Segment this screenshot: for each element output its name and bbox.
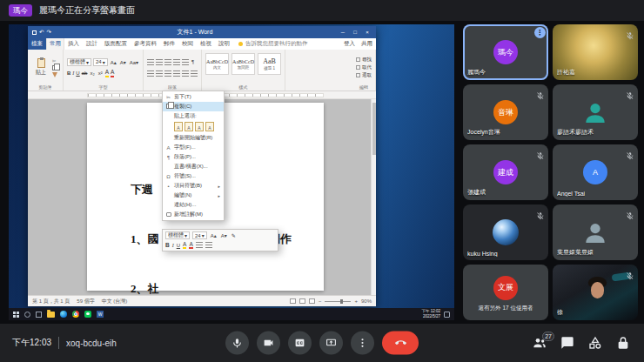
participant-tile[interactable]: 音琳 Jocelyn音琳 (463, 84, 548, 140)
tab-design[interactable]: 設計 (83, 38, 101, 50)
strikethrough-icon[interactable]: ab (82, 70, 88, 76)
highlight-color-icon[interactable]: A (105, 69, 109, 77)
task-view-icon[interactable] (36, 312, 42, 318)
mini-underline-icon[interactable]: U (177, 243, 180, 248)
word-count[interactable]: 59 個字 (77, 298, 94, 305)
style-no-spacing[interactable]: AaBbCcD 無間距 (231, 53, 255, 75)
captions-button[interactable] (288, 332, 312, 355)
mini-bullets-icon[interactable] (196, 242, 203, 248)
style-heading1[interactable]: AaB 標題 1 (258, 53, 281, 75)
menu-item-copy[interactable]: 複製(C) (163, 102, 224, 111)
menu-item-cut[interactable]: ✂剪下(T) (163, 92, 224, 102)
sign-in-button[interactable]: 登入 (344, 40, 355, 48)
font-name-box[interactable]: 標楷體▾ (67, 58, 91, 66)
paste-button[interactable]: 貼上 (31, 51, 50, 84)
tab-home[interactable]: 常用 (46, 38, 64, 50)
notification-center-icon[interactable] (444, 312, 450, 318)
copy-icon[interactable] (52, 65, 57, 70)
format-painter-icon[interactable] (52, 72, 57, 77)
superscript-icon[interactable]: x² (97, 70, 104, 76)
style-normal[interactable]: AaBbCcD 內文 (205, 53, 229, 75)
menu-item-restart-numbering[interactable]: 重新開始編號(R) (163, 133, 224, 143)
mini-numbering-icon[interactable] (205, 242, 212, 248)
participant-tile[interactable]: 瑪今 ⋮ 麗瑪今 (463, 24, 548, 80)
undo-icon[interactable]: ↶ (39, 29, 44, 36)
mini-italic-icon[interactable]: I (172, 243, 174, 248)
zoom-out-icon[interactable]: − (319, 298, 322, 304)
shrink-font-icon[interactable]: A▾ (119, 59, 127, 65)
tab-layout[interactable]: 版面配置 (101, 38, 131, 50)
mini-bold-icon[interactable]: B (165, 242, 170, 248)
underline-icon[interactable]: U (76, 70, 79, 76)
vertical-scrollbar[interactable] (371, 99, 376, 295)
menu-item-symbol[interactable]: Ω符號(S)... (163, 171, 224, 181)
tab-review[interactable]: 校閱 (178, 38, 197, 50)
camera-button[interactable] (257, 332, 280, 355)
multilevel-list-icon[interactable] (164, 59, 171, 65)
paste-keep-source-icon[interactable]: A (174, 122, 183, 131)
start-button[interactable] (13, 312, 19, 318)
numbering-icon[interactable] (156, 59, 163, 65)
menu-item-numbering[interactable]: 編號(N)▸ (163, 191, 224, 200)
page-indicator[interactable]: 第 1 頁，共 1 頁 (32, 298, 70, 305)
paragraph-mark-icon[interactable]: ¶ (191, 59, 195, 64)
increase-indent-icon[interactable] (182, 59, 189, 65)
mini-font-color-icon[interactable]: A (189, 241, 192, 249)
tell-me-box[interactable]: 告訴我您想要執行的動作 (238, 38, 308, 50)
change-case-icon[interactable]: Aa▾ (129, 59, 139, 65)
paste-merge-icon[interactable]: A (184, 122, 193, 131)
mini-format-painter-icon[interactable]: ✎ (231, 232, 237, 238)
bold-icon[interactable]: B (67, 70, 70, 76)
chat-button[interactable] (560, 336, 574, 350)
align-center-icon[interactable] (156, 70, 163, 77)
end-call-button[interactable] (382, 332, 419, 355)
language-indicator[interactable]: 中文 (台灣) (102, 298, 128, 305)
find-button[interactable]: 尋找 (356, 57, 372, 63)
italic-icon[interactable]: I (72, 70, 74, 76)
mic-button[interactable] (225, 332, 249, 355)
tab-view[interactable]: 檢視 (197, 38, 215, 50)
present-button[interactable] (319, 332, 343, 355)
read-mode-icon[interactable] (290, 298, 296, 304)
share-button[interactable]: 共用 (361, 40, 372, 48)
zoom-slider[interactable] (325, 301, 351, 302)
print-layout-icon[interactable] (299, 298, 305, 304)
line-app-icon[interactable] (84, 311, 91, 318)
participant-tile[interactable]: 葉昱嬛葉昱嬛 (553, 204, 638, 260)
maximize-button[interactable]: □ (351, 30, 359, 35)
grow-font-icon[interactable]: A▴ (110, 59, 117, 65)
doc-line[interactable]: 2、社 (131, 280, 292, 295)
mini-font-name-box[interactable]: 標楷體▾ (165, 231, 190, 239)
line-spacing-icon[interactable] (182, 70, 189, 77)
paste-picture-icon[interactable]: A (195, 122, 204, 131)
menu-item-new-comment[interactable]: 新增註解(M) (163, 210, 224, 219)
font-color-icon[interactable]: A (111, 69, 114, 77)
web-layout-icon[interactable] (309, 298, 315, 304)
menu-item-paste-options[interactable]: 貼上選項: (163, 111, 224, 121)
justify-icon[interactable] (173, 70, 180, 77)
host-controls-button[interactable] (616, 336, 630, 350)
mini-shrink-font-icon[interactable]: A▾ (220, 232, 228, 238)
font-size-box[interactable]: 24▾ (93, 58, 108, 66)
quick-access-toolbar[interactable]: ↶ ↷ (32, 29, 51, 36)
participant-tile[interactable]: A Angel Tsai (553, 144, 638, 200)
participant-tile[interactable]: 廖語禾廖語禾 (553, 84, 638, 140)
decrease-indent-icon[interactable] (173, 59, 180, 65)
bullets-icon[interactable] (147, 59, 154, 65)
menu-item-font[interactable]: A字型(F)... (163, 143, 224, 152)
zoom-in-icon[interactable]: + (354, 298, 358, 304)
borders-icon[interactable] (191, 70, 198, 77)
select-button[interactable]: 選取 (356, 72, 372, 78)
activities-button[interactable] (588, 336, 602, 350)
file-explorer-icon[interactable] (47, 312, 55, 318)
subscript-icon[interactable]: x₂ (89, 70, 95, 76)
menu-item-paragraph[interactable]: ¶段落(P)... (163, 152, 224, 162)
menu-item-bullets[interactable]: •項目符號(B)▸ (163, 181, 224, 191)
align-left-icon[interactable] (147, 70, 154, 77)
menu-item-text-direction[interactable]: 直書/橫書(X)... (163, 162, 224, 171)
taskbar-clock[interactable]: 下午 12:02 2022/5/27 (421, 309, 440, 319)
participant-tile[interactable]: 許祐嘉 (553, 24, 638, 80)
word-window[interactable]: ↶ ↷ 文件1 - Word ─ □ × 檔案 常用 插入 設計 版面配置 參考… (28, 26, 376, 306)
mini-highlight-icon[interactable]: A (183, 241, 186, 249)
participant-tile[interactable]: kuku Hsing (463, 204, 548, 260)
